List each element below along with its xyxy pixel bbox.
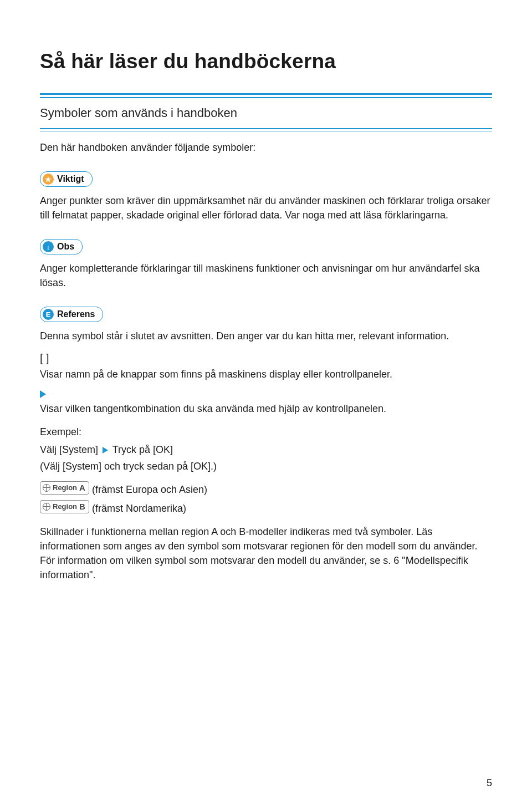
divider — [40, 128, 492, 129]
region-b-row: Region B (främst Nordamerika) — [40, 500, 492, 516]
divider — [40, 93, 492, 95]
region-a-badge: Region A — [40, 481, 89, 495]
region-label: Region — [53, 500, 77, 514]
label-text: Viktigt — [57, 174, 84, 184]
triangle-right-icon — [40, 390, 46, 398]
page-title: Så här läser du handböckerna — [40, 50, 492, 73]
example-line2: (Välj [System] och tryck sedan på [OK].) — [40, 459, 492, 473]
example-line1-b: Tryck på [OK] — [110, 444, 173, 455]
region-b-badge: Region B — [40, 500, 89, 513]
brackets-paragraph: Visar namn på de knappar som finns på ma… — [40, 367, 492, 381]
page-number: 5 — [487, 777, 492, 789]
label-obs: ↓ Obs — [40, 239, 83, 254]
viktigt-paragraph: Anger punkter som kräver din uppmärksamh… — [40, 193, 492, 222]
region-a-row: Region A (främst Europa och Asien) — [40, 481, 492, 497]
label-referens: E Referens — [40, 307, 103, 322]
region-paragraph: Skillnader i funktionerna mellan region … — [40, 524, 492, 582]
example-line1-a: Välj [System] — [40, 444, 101, 455]
example-line1: Välj [System] Tryck på [OK] — [40, 442, 492, 457]
region-label: Region — [53, 481, 77, 495]
example-header: Exempel: — [40, 425, 492, 439]
page-content: Så här läser du handböckerna Symboler so… — [0, 0, 532, 582]
divider — [40, 97, 492, 98]
label-viktigt: ★ Viktigt — [40, 171, 93, 187]
label-text: Referens — [57, 309, 95, 319]
obs-paragraph: Anger kompletterande förklaringar till m… — [40, 261, 492, 290]
referens-paragraph: Denna symbol står i slutet av avsnitten.… — [40, 329, 492, 343]
globe-icon — [43, 503, 50, 511]
arrow-down-icon: ↓ — [43, 241, 54, 252]
triangle-symbol — [40, 390, 492, 399]
divider — [40, 131, 492, 132]
region-b-text: (främst Nordamerika) — [92, 503, 186, 514]
section-subtitle: Symboler som används i handboken — [40, 106, 492, 120]
label-text: Obs — [57, 242, 74, 252]
intro-paragraph: Den här handboken använder följande symb… — [40, 140, 492, 155]
region-a-letter: A — [79, 481, 85, 495]
triangle-right-icon — [103, 447, 108, 454]
reference-icon: E — [43, 309, 54, 320]
star-icon: ★ — [43, 174, 54, 185]
globe-icon — [43, 484, 50, 492]
triangle-paragraph: Visar vilken tangentkombination du ska a… — [40, 401, 492, 416]
brackets-symbol: [ ] — [40, 352, 492, 365]
region-b-letter: B — [79, 500, 85, 514]
region-a-text: (främst Europa och Asien) — [92, 484, 207, 495]
